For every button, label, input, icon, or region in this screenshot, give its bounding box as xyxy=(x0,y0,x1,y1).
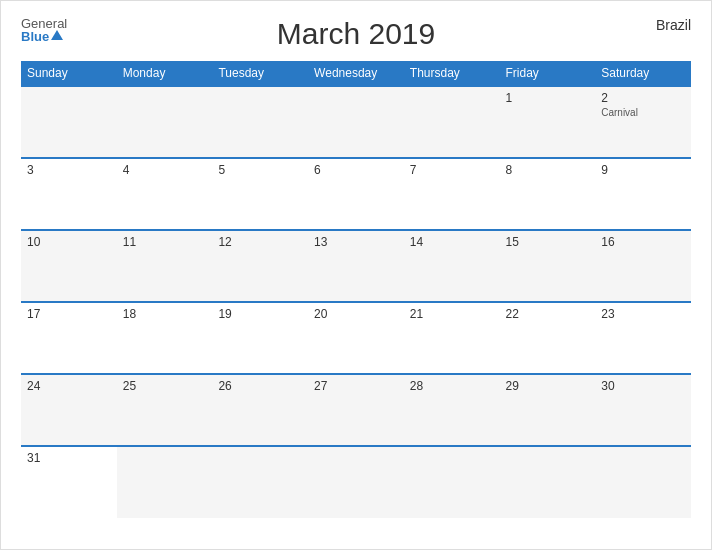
calendar-cell: 28 xyxy=(404,374,500,446)
day-number: 13 xyxy=(314,235,398,249)
country-label: Brazil xyxy=(656,17,691,33)
calendar-cell xyxy=(308,86,404,158)
logo-triangle-icon xyxy=(51,30,63,40)
calendar-cell xyxy=(212,86,308,158)
calendar-cell: 21 xyxy=(404,302,500,374)
calendar-cell: 12 xyxy=(212,230,308,302)
day-number: 12 xyxy=(218,235,302,249)
calendar-week-row: 10111213141516 xyxy=(21,230,691,302)
calendar-week-row: 31 xyxy=(21,446,691,518)
calendar-cell: 9 xyxy=(595,158,691,230)
calendar-cell xyxy=(21,86,117,158)
calendar-cell xyxy=(500,446,596,518)
calendar-week-row: 17181920212223 xyxy=(21,302,691,374)
day-number: 5 xyxy=(218,163,302,177)
day-number: 19 xyxy=(218,307,302,321)
calendar-cell: 25 xyxy=(117,374,213,446)
calendar-cell: 7 xyxy=(404,158,500,230)
col-sunday: Sunday xyxy=(21,61,117,86)
calendar-cell: 14 xyxy=(404,230,500,302)
logo: General Blue xyxy=(21,17,67,43)
calendar-cell: 30 xyxy=(595,374,691,446)
calendar-cell xyxy=(117,86,213,158)
calendar-cell: 2Carnival xyxy=(595,86,691,158)
calendar-cell: 8 xyxy=(500,158,596,230)
day-number: 28 xyxy=(410,379,494,393)
event-label: Carnival xyxy=(601,107,685,118)
day-number: 1 xyxy=(506,91,590,105)
day-number: 20 xyxy=(314,307,398,321)
calendar-cell: 23 xyxy=(595,302,691,374)
col-monday: Monday xyxy=(117,61,213,86)
calendar-header-row: Sunday Monday Tuesday Wednesday Thursday… xyxy=(21,61,691,86)
day-number: 24 xyxy=(27,379,111,393)
day-number: 30 xyxy=(601,379,685,393)
day-number: 31 xyxy=(27,451,111,465)
calendar-cell: 6 xyxy=(308,158,404,230)
col-saturday: Saturday xyxy=(595,61,691,86)
day-number: 8 xyxy=(506,163,590,177)
day-number: 21 xyxy=(410,307,494,321)
calendar-cell xyxy=(308,446,404,518)
day-number: 22 xyxy=(506,307,590,321)
calendar-week-row: 3456789 xyxy=(21,158,691,230)
calendar-cell: 26 xyxy=(212,374,308,446)
calendar-cell: 24 xyxy=(21,374,117,446)
calendar-cell: 29 xyxy=(500,374,596,446)
calendar-header: General Blue March 2019 Brazil xyxy=(21,17,691,51)
calendar-week-row: 12Carnival xyxy=(21,86,691,158)
day-number: 11 xyxy=(123,235,207,249)
calendar-cell: 27 xyxy=(308,374,404,446)
day-number: 10 xyxy=(27,235,111,249)
calendar-cell xyxy=(404,446,500,518)
calendar-week-row: 24252627282930 xyxy=(21,374,691,446)
col-thursday: Thursday xyxy=(404,61,500,86)
day-number: 18 xyxy=(123,307,207,321)
day-number: 14 xyxy=(410,235,494,249)
calendar-cell: 1 xyxy=(500,86,596,158)
day-number: 6 xyxy=(314,163,398,177)
calendar-container: General Blue March 2019 Brazil Sunday Mo… xyxy=(0,0,712,550)
calendar-cell xyxy=(212,446,308,518)
day-number: 9 xyxy=(601,163,685,177)
day-number: 25 xyxy=(123,379,207,393)
calendar-cell xyxy=(404,86,500,158)
day-number: 16 xyxy=(601,235,685,249)
calendar-cell: 10 xyxy=(21,230,117,302)
calendar-cell: 18 xyxy=(117,302,213,374)
calendar-cell: 3 xyxy=(21,158,117,230)
calendar-cell: 13 xyxy=(308,230,404,302)
day-number: 7 xyxy=(410,163,494,177)
calendar-cell: 11 xyxy=(117,230,213,302)
calendar-cell: 15 xyxy=(500,230,596,302)
day-number: 23 xyxy=(601,307,685,321)
calendar-cell xyxy=(595,446,691,518)
calendar-cell: 17 xyxy=(21,302,117,374)
col-friday: Friday xyxy=(500,61,596,86)
col-tuesday: Tuesday xyxy=(212,61,308,86)
calendar-cell: 31 xyxy=(21,446,117,518)
day-number: 15 xyxy=(506,235,590,249)
calendar-cell: 22 xyxy=(500,302,596,374)
calendar-cell: 19 xyxy=(212,302,308,374)
calendar-title: March 2019 xyxy=(277,17,435,51)
day-number: 26 xyxy=(218,379,302,393)
day-number: 3 xyxy=(27,163,111,177)
day-number: 27 xyxy=(314,379,398,393)
col-wednesday: Wednesday xyxy=(308,61,404,86)
day-number: 29 xyxy=(506,379,590,393)
calendar-cell xyxy=(117,446,213,518)
calendar-cell: 16 xyxy=(595,230,691,302)
calendar-cell: 20 xyxy=(308,302,404,374)
calendar-cell: 5 xyxy=(212,158,308,230)
calendar-cell: 4 xyxy=(117,158,213,230)
day-number: 2 xyxy=(601,91,685,105)
logo-blue-text: Blue xyxy=(21,30,49,43)
day-number: 17 xyxy=(27,307,111,321)
calendar-table: Sunday Monday Tuesday Wednesday Thursday… xyxy=(21,61,691,518)
day-number: 4 xyxy=(123,163,207,177)
